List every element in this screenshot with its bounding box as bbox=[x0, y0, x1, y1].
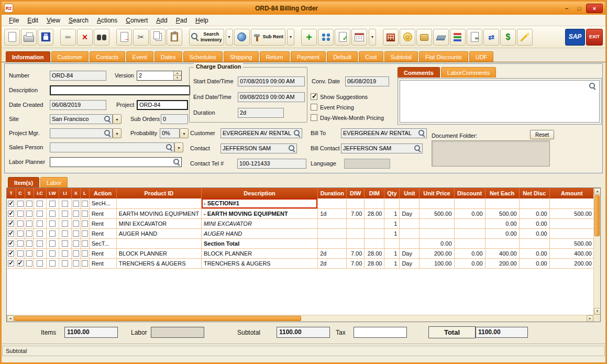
row5-check-l[interactable] bbox=[82, 240, 88, 247]
conv-date-field[interactable]: 06/08/2019 bbox=[345, 76, 389, 86]
row4-diw[interactable] bbox=[347, 228, 365, 238]
row5-check-i-c[interactable] bbox=[37, 240, 43, 247]
row2-check-c[interactable] bbox=[17, 211, 24, 217]
row3-unit[interactable] bbox=[400, 218, 420, 228]
number-field[interactable]: ORD-84 bbox=[50, 71, 106, 81]
sap-button[interactable]: SAP bbox=[565, 29, 585, 46]
version-spinner[interactable] bbox=[173, 71, 181, 80]
tab-flat-discounts[interactable]: Flat Discounts bbox=[419, 51, 468, 62]
row7-qty[interactable]: 1 bbox=[384, 258, 400, 268]
labor-total-field[interactable] bbox=[151, 327, 204, 338]
new-document-button[interactable] bbox=[4, 29, 20, 46]
delete-button[interactable]: × bbox=[77, 29, 93, 46]
probability-field[interactable]: 0% bbox=[160, 128, 180, 138]
menu-convert[interactable]: Convert bbox=[122, 15, 152, 26]
row1-net-each[interactable] bbox=[485, 198, 519, 208]
tab-information[interactable]: Information bbox=[6, 51, 50, 62]
site-dropdown[interactable] bbox=[113, 114, 122, 124]
row3-check-i-c[interactable] bbox=[37, 220, 43, 227]
row2-description[interactable]: - EARTH MOVING EQUIPMENT bbox=[201, 208, 317, 218]
row5-check-x[interactable] bbox=[73, 240, 79, 247]
row6-net-each[interactable]: 400.00 bbox=[485, 248, 519, 258]
row2-qty[interactable]: 1 bbox=[384, 208, 400, 218]
row5-amount[interactable]: 500.00 bbox=[549, 238, 594, 248]
row7-net-each[interactable]: 200.00 bbox=[485, 258, 519, 268]
row4-check-c[interactable] bbox=[17, 230, 24, 237]
row5-action[interactable]: SecT... bbox=[89, 238, 116, 248]
row6-unit-price[interactable]: 200.00 bbox=[420, 248, 454, 258]
menu-pad[interactable]: Pad bbox=[172, 15, 191, 26]
language-field[interactable] bbox=[344, 159, 390, 169]
row2-check-i-c[interactable] bbox=[37, 211, 43, 217]
row1-unit-price[interactable] bbox=[420, 198, 454, 208]
binoculars-button[interactable] bbox=[94, 29, 109, 46]
export-button[interactable]: → bbox=[116, 29, 132, 46]
row5-check-i-w[interactable] bbox=[49, 240, 56, 247]
tab-default[interactable]: Default bbox=[327, 51, 358, 62]
row1-check-i-c[interactable] bbox=[37, 201, 43, 207]
bill-to-lookup-icon[interactable] bbox=[418, 129, 426, 137]
col-header-x[interactable]: X bbox=[71, 188, 80, 198]
project-mgr-field[interactable] bbox=[50, 128, 113, 138]
cube-stack-button[interactable] bbox=[450, 29, 466, 46]
row1-action[interactable]: SecH... bbox=[89, 198, 116, 208]
row4-unit-price[interactable] bbox=[420, 228, 454, 238]
row4-check-i-c[interactable] bbox=[37, 230, 43, 237]
items-tab-labor[interactable]: Labor bbox=[40, 177, 68, 187]
row2-discount[interactable]: 0.00 bbox=[454, 208, 485, 218]
cut-button[interactable]: ✂ bbox=[133, 29, 149, 46]
reset-button[interactable]: Reset bbox=[530, 130, 554, 139]
probability-dropdown[interactable] bbox=[180, 128, 189, 138]
row4-action[interactable]: Rent bbox=[89, 228, 116, 238]
row6-duration[interactable]: 2d bbox=[318, 248, 347, 258]
row7-action[interactable]: Rent bbox=[89, 258, 116, 268]
row5-check-i-i[interactable] bbox=[62, 240, 68, 247]
sales-person-dropdown[interactable] bbox=[174, 142, 183, 152]
row3-check-s[interactable] bbox=[26, 220, 32, 227]
vertical-scroll-thumb[interactable] bbox=[594, 195, 600, 236]
row6-product-id[interactable]: BLOCK PLANNER bbox=[116, 248, 201, 258]
end-datetime-field[interactable]: 09/08/2019 09:00 AM bbox=[238, 92, 305, 102]
row7-check-t[interactable] bbox=[8, 260, 14, 267]
tab-dates[interactable]: Dates bbox=[154, 51, 182, 62]
row2-dim[interactable]: 28.00 bbox=[365, 208, 384, 218]
exit-button[interactable]: EXIT bbox=[586, 29, 603, 46]
row4-check-i-w[interactable] bbox=[49, 230, 56, 237]
col-header-qty[interactable]: Qty bbox=[384, 188, 400, 198]
comments-tab-laborcomments[interactable]: LaborComments bbox=[441, 67, 496, 78]
item-row-4[interactable]: RentAUGER HANDAUGER HAND10.000.00 bbox=[7, 228, 594, 238]
menu-edit[interactable]: Edit bbox=[23, 15, 42, 26]
item-row-5[interactable]: SecT...Section Total0.00500.00 bbox=[7, 238, 594, 248]
row6-unit[interactable]: Day bbox=[400, 248, 420, 258]
scroll-right-icon[interactable] bbox=[587, 315, 593, 322]
row5-product-id[interactable] bbox=[116, 238, 201, 248]
convert-button[interactable]: ⇄ bbox=[483, 29, 499, 46]
row2-net-each[interactable]: 500.00 bbox=[485, 208, 519, 218]
row2-check-x[interactable] bbox=[73, 211, 79, 217]
row3-diw[interactable] bbox=[347, 218, 365, 228]
row4-duration[interactable] bbox=[318, 228, 347, 238]
calendar-dropdown[interactable] bbox=[369, 29, 376, 46]
row1-qty[interactable] bbox=[384, 198, 400, 208]
row1-product-id[interactable] bbox=[116, 198, 201, 208]
tab-customer[interactable]: Customer bbox=[51, 51, 89, 62]
sales-person-lookup-icon[interactable] bbox=[165, 144, 173, 151]
row4-check-l[interactable] bbox=[82, 230, 88, 237]
eraser-button[interactable] bbox=[433, 29, 449, 46]
row6-diw[interactable]: 7.00 bbox=[347, 248, 365, 258]
row1-check-s[interactable] bbox=[26, 201, 32, 207]
row2-unit[interactable]: Day bbox=[400, 208, 420, 218]
row7-check-x[interactable] bbox=[73, 260, 79, 267]
row6-check-i-w[interactable] bbox=[49, 250, 56, 257]
row3-amount[interactable] bbox=[549, 218, 594, 228]
project-mgr-lookup-icon[interactable] bbox=[104, 129, 112, 137]
row6-amount[interactable]: 400.00 bbox=[549, 248, 594, 258]
scroll-up-icon[interactable] bbox=[594, 188, 601, 195]
contact-lookup-icon[interactable] bbox=[288, 145, 296, 152]
menu-search[interactable]: Search bbox=[64, 15, 93, 26]
row5-net-each[interactable] bbox=[485, 238, 519, 248]
row4-check-s[interactable] bbox=[26, 230, 32, 237]
row1-check-i-i[interactable] bbox=[62, 201, 68, 207]
row6-check-l[interactable] bbox=[82, 250, 88, 257]
row7-check-s[interactable] bbox=[26, 260, 32, 267]
